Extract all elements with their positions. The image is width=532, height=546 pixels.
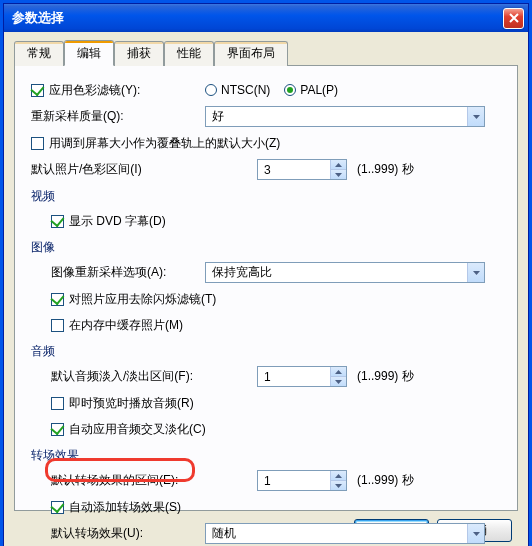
cache-photo-checkbox[interactable] [51, 319, 64, 332]
instant-preview-audio-label: 即时预览时播放音频(R) [69, 395, 194, 412]
close-button[interactable] [503, 8, 524, 29]
close-icon [509, 13, 519, 23]
window-title: 参数选择 [12, 9, 503, 27]
dialog: 参数选择 常规 编辑 捕获 性能 界面布局 应用色彩滤镜(Y): NTSC(N) [3, 3, 529, 546]
apply-color-filter-checkbox[interactable] [31, 84, 44, 97]
apply-color-filter-label: 应用色彩滤镜(Y): [49, 82, 205, 99]
dialog-body: 常规 编辑 捕获 性能 界面布局 应用色彩滤镜(Y): NTSC(N) PAL(… [4, 32, 528, 546]
resample-quality-value: 好 [206, 108, 467, 125]
chevron-down-icon [467, 107, 484, 126]
auto-add-transition-label: 自动添加转场效果(S) [69, 499, 181, 516]
chevron-up-icon [331, 367, 346, 377]
spinner-buttons[interactable] [330, 471, 346, 490]
ntsc-label: NTSC(N) [221, 83, 270, 97]
ntsc-radio[interactable] [205, 84, 217, 96]
audio-fade-interval-label: 默认音频淡入/淡出区间(F): [51, 368, 257, 385]
auto-add-transition-checkbox[interactable] [51, 501, 64, 514]
audio-header: 音频 [31, 343, 501, 360]
video-header: 视频 [31, 188, 501, 205]
chevron-up-icon [331, 471, 346, 481]
default-photo-interval-label: 默认照片/色彩区间(I) [31, 161, 257, 178]
tab-row: 常规 编辑 捕获 性能 界面布局 [14, 40, 518, 65]
transition-default-interval-value: 1 [258, 471, 330, 490]
auto-crossfade-checkbox[interactable] [51, 423, 64, 436]
deflicker-checkbox[interactable] [51, 293, 64, 306]
chevron-down-icon [331, 170, 346, 179]
transition-header: 转场效果 [31, 447, 501, 464]
tab-container: 常规 编辑 捕获 性能 界面布局 应用色彩滤镜(Y): NTSC(N) PAL(… [14, 40, 518, 511]
audio-fade-interval-spinner[interactable]: 1 [257, 366, 347, 387]
default-transition-effect-label: 默认转场效果(U): [51, 525, 205, 542]
transition-default-interval-spinner[interactable]: 1 [257, 470, 347, 491]
chevron-up-icon [331, 160, 346, 170]
range-suffix: (1..999) 秒 [357, 472, 414, 489]
default-photo-interval-value: 3 [258, 160, 330, 179]
image-resample-option-value: 保持宽高比 [206, 264, 467, 281]
show-dvd-subtitle-label: 显示 DVD 字幕(D) [69, 213, 166, 230]
chevron-down-icon [467, 524, 484, 543]
tab-capture[interactable]: 捕获 [114, 41, 164, 66]
chevron-down-icon [331, 377, 346, 386]
pal-radio[interactable] [284, 84, 296, 96]
tab-layout[interactable]: 界面布局 [214, 41, 288, 66]
tab-general[interactable]: 常规 [14, 41, 64, 66]
default-transition-effect-combo[interactable]: 随机 [205, 523, 485, 544]
auto-crossfade-label: 自动应用音频交叉淡化(C) [69, 421, 206, 438]
titlebar: 参数选择 [4, 4, 528, 32]
image-header: 图像 [31, 239, 501, 256]
transition-default-interval-label: 默认转场效果的区间(E): [51, 472, 257, 489]
fit-overlay-track-label: 用调到屏幕大小作为覆叠轨上的默认大小(Z) [49, 135, 280, 152]
audio-fade-interval-value: 1 [258, 367, 330, 386]
chevron-down-icon [467, 263, 484, 282]
tab-performance[interactable]: 性能 [164, 41, 214, 66]
spinner-buttons[interactable] [330, 367, 346, 386]
pal-label: PAL(P) [300, 83, 338, 97]
resample-quality-label: 重新采样质量(Q): [31, 108, 205, 125]
spinner-buttons[interactable] [330, 160, 346, 179]
instant-preview-audio-checkbox[interactable] [51, 397, 64, 410]
tab-panel-edit: 应用色彩滤镜(Y): NTSC(N) PAL(P) 重新采样质量(Q): 好 用… [14, 65, 518, 511]
cache-photo-label: 在内存中缓存照片(M) [69, 317, 183, 334]
image-resample-option-label: 图像重新采样选项(A): [51, 264, 205, 281]
fit-overlay-track-checkbox[interactable] [31, 137, 44, 150]
default-transition-effect-value: 随机 [206, 525, 467, 542]
range-suffix: (1..999) 秒 [357, 161, 414, 178]
default-photo-interval-spinner[interactable]: 3 [257, 159, 347, 180]
chevron-down-icon [331, 481, 346, 490]
show-dvd-subtitle-checkbox[interactable] [51, 215, 64, 228]
range-suffix: (1..999) 秒 [357, 368, 414, 385]
image-resample-option-combo[interactable]: 保持宽高比 [205, 262, 485, 283]
resample-quality-combo[interactable]: 好 [205, 106, 485, 127]
tab-edit[interactable]: 编辑 [64, 40, 114, 66]
deflicker-label: 对照片应用去除闪烁滤镜(T) [69, 291, 216, 308]
